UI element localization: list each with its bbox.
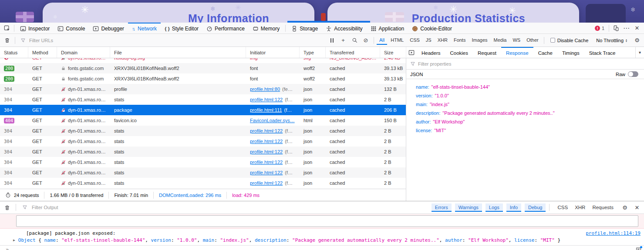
column-header-transferred[interactable]: Transferred [326, 47, 380, 58]
request-row-profile[interactable]: 304GETdyn-01.xmas.ro…profileprofile.html… [0, 84, 406, 94]
detail-tab-timings[interactable]: Timings [557, 47, 584, 58]
toolbox-tab-accessibility[interactable]: Accessibility [322, 23, 366, 33]
network-settings-gear-icon[interactable]: ⚙ [632, 36, 642, 45]
toolbox-tab-application[interactable]: Application [367, 23, 408, 33]
initiator-link[interactable]: profile.html:122 [250, 180, 283, 186]
toolbox-tab-storage[interactable]: Storage [287, 23, 322, 33]
responsive-design-icon[interactable] [611, 23, 621, 33]
summary-domcontentloaded[interactable]: DOMContentLoaded: 296 ms [154, 192, 227, 199]
type-filter-js[interactable]: JS [423, 36, 434, 45]
json-property-main[interactable]: main:"index.js" [416, 100, 644, 109]
console-filter-requests[interactable]: Requests [592, 205, 614, 210]
console-filter-logs[interactable]: Logs [486, 203, 503, 212]
column-header-status[interactable]: Status [0, 47, 28, 58]
console-settings-gear-icon[interactable]: ⚙ [620, 203, 630, 212]
column-header-method[interactable]: Method [28, 47, 57, 58]
request-row-package[interactable]: 304GETdyn-01.xmas.ro…packageprofile.html… [0, 105, 406, 115]
toolbox-tab-inspector[interactable]: Inspector [16, 23, 54, 33]
close-devtools-icon[interactable]: ✕ [632, 23, 642, 33]
type-filter-ws[interactable]: WS [510, 36, 523, 45]
request-row-xrxv3i6li01bkofineab-woff2[interactable]: 200GETfonts.gstatic.comXRXV3I6Li01BKofIN… [0, 73, 406, 84]
initiator-link[interactable]: profile.html:122 [250, 128, 283, 133]
disable-cache-checkbox[interactable]: Disable Cache [547, 38, 592, 43]
meatball-menu-icon[interactable]: ⋯ [621, 23, 632, 33]
json-property-license[interactable]: license:"MIT" [416, 126, 644, 135]
all-tabs-caret-icon[interactable]: ▾ [635, 47, 644, 58]
request-row-stats[interactable]: 304GETdyn-01.xmas.ro…statsprofile.html:1… [0, 167, 406, 178]
console-filter-errors[interactable]: Errors [432, 203, 452, 212]
type-filter-other[interactable]: Other [524, 36, 541, 45]
column-header-size[interactable]: Size [380, 47, 406, 58]
request-row-stats[interactable]: 304GETdyn-01.xmas.ro…statsprofile.html:1… [0, 94, 406, 105]
initiator-link[interactable]: profile.html:111 [250, 107, 282, 113]
toolbox-tab-console[interactable]: Console [54, 23, 89, 33]
summary-load[interactable]: load: 429 ms [227, 192, 265, 199]
detail-tab-cache[interactable]: Cache [533, 47, 557, 58]
new-request-icon[interactable]: + [338, 36, 348, 45]
type-filter-css[interactable]: CSS [407, 36, 422, 45]
initiator-link[interactable]: profile.html:80 [250, 87, 280, 92]
request-row-xrxv3i6li01bkofineab-woff2[interactable]: 200GETfonts.gstatic.comXRXV3I6Li01BKofIN… [0, 63, 406, 73]
pick-element-icon[interactable] [2, 23, 12, 33]
detail-tab-response[interactable]: Response [501, 47, 533, 58]
search-icon[interactable] [349, 36, 360, 45]
type-filter-html[interactable]: HTML [388, 36, 406, 45]
json-property-version[interactable]: version:"1.0.0" [416, 91, 644, 100]
pause-recording-icon[interactable] [327, 36, 337, 45]
initiator-link[interactable]: profile.html:122 [250, 170, 283, 175]
toolbox-tab-network[interactable]: ↑↓Network [128, 23, 161, 33]
request-row-favicon-ico[interactable]: 404GETdyn-01.xmas.ro…favicon.icoFaviconL… [0, 115, 406, 126]
column-header-file[interactable]: File [110, 47, 246, 58]
detail-tab-stack-trace[interactable]: Stack Trace [584, 47, 620, 58]
toolbox-tab-memory[interactable]: Memory [249, 23, 283, 33]
initiator-link[interactable]: profile.html:122 [250, 97, 283, 102]
type-filter-fonts[interactable]: Fonts [451, 36, 469, 45]
type-filter-images[interactable]: Images [469, 36, 490, 45]
error-count-badge[interactable]: !1 [592, 26, 607, 31]
console-filter-xhr[interactable]: XHR [575, 205, 585, 210]
json-property-author[interactable]: author:"Elf Workshop" [416, 117, 644, 126]
initiator-link[interactable]: FaviconLoader.sys… [250, 118, 295, 123]
toolbox-tab-debugger[interactable]: Debugger [89, 23, 128, 33]
initiator-link[interactable]: profile.html:122 [250, 149, 283, 154]
request-row-stats[interactable]: 304GETdyn-01.xmas.ro…statsprofile.html:1… [0, 178, 406, 188]
toolbox-tab-cookie-editor[interactable]: Cookie-Editor [408, 23, 456, 33]
filter-urls-input[interactable] [29, 34, 326, 47]
filter-properties-input[interactable] [418, 58, 640, 69]
toolbox-tab-style-editor[interactable]: { }Style Editor [161, 23, 202, 33]
column-header-initiator[interactable]: Initiator [246, 47, 300, 58]
json-property-description[interactable]: description:"Package generated automatic… [416, 109, 644, 117]
column-header-type[interactable]: Type [300, 47, 326, 58]
split-pane-icon[interactable] [406, 48, 417, 57]
close-console-icon[interactable]: ✕ [632, 203, 642, 212]
console-filter-debug[interactable]: Debug [525, 203, 546, 212]
request-row-stats[interactable]: 304GETdyn-01.xmas.ro…statsprofile.html:1… [0, 147, 406, 157]
detail-tab-headers[interactable]: Headers [417, 47, 445, 58]
request-row-stats[interactable]: 304GETdyn-01.xmas.ro…statsprofile.html:1… [0, 157, 406, 167]
multiline-editor-icon[interactable] [636, 247, 641, 250]
console-filter-warnings[interactable]: Warnings [455, 203, 482, 212]
clear-requests-icon[interactable] [2, 36, 12, 45]
detail-tab-cookies[interactable]: Cookies [445, 47, 473, 58]
type-filter-media[interactable]: Media [491, 36, 509, 45]
request-row-stats[interactable]: 304GETdyn-01.xmas.ro…statsprofile.html:1… [0, 136, 406, 147]
throttling-select[interactable]: No Throttling▲▼ [593, 38, 631, 43]
type-filter-xhr[interactable]: XHR [435, 36, 450, 45]
console-input-row[interactable]: » [0, 246, 644, 250]
console-filter-info[interactable]: Info [506, 203, 521, 212]
type-filter-all[interactable]: All [377, 36, 387, 45]
raw-toggle[interactable] [628, 71, 638, 77]
column-header-domain[interactable]: Domain [57, 47, 110, 58]
initiator-link[interactable]: profile.html:122 [250, 139, 283, 144]
toolbox-tab-performance[interactable]: Performance [202, 23, 249, 33]
json-property-name[interactable]: name:"elf-stats-tinsel-bauble-144" [416, 83, 644, 91]
detail-tab-request[interactable]: Request [473, 47, 501, 58]
filter-output-input[interactable] [32, 201, 430, 213]
object-preview[interactable]: Object { name: "elf-stats-tinsel-bauble-… [18, 237, 560, 243]
request-row-holiday-bg-svg[interactable]: ⊘GETdyn-01.xmas.ro…holiday-bg.svgimgsvgN… [0, 58, 406, 63]
request-row-stats[interactable]: 304GETdyn-01.xmas.ro…statsprofile.html:1… [0, 126, 406, 136]
clear-console-icon[interactable] [2, 203, 12, 212]
console-filter-css[interactable]: CSS [557, 205, 568, 210]
block-url-icon[interactable]: ⊘ [361, 36, 371, 45]
json-section-header[interactable]: JSON Raw [406, 70, 644, 79]
